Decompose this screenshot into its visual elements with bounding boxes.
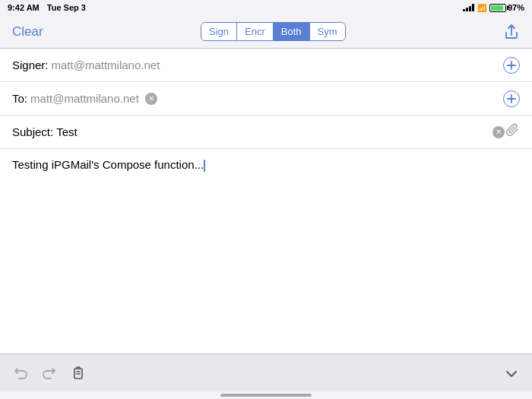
attach-button[interactable] <box>505 122 520 141</box>
signer-add-button[interactable] <box>503 57 520 74</box>
subject-row: Subject: Test ✕ <box>0 116 532 149</box>
segment-encr[interactable]: Encr <box>237 23 274 40</box>
clipboard-icon <box>70 365 87 382</box>
signer-label: Signer: <box>12 59 49 71</box>
to-label: To: <box>12 92 27 105</box>
bottom-left-actions <box>12 365 87 382</box>
signer-row: Signer: matt@mattmilano.net <box>0 49 532 82</box>
compose-area: Signer: matt@mattmilano.net To: matt@mat… <box>0 49 532 353</box>
paperclip-icon <box>505 122 520 138</box>
bottom-right-actions <box>503 365 520 382</box>
share-button[interactable] <box>503 24 520 40</box>
subject-value[interactable]: Test <box>56 125 488 138</box>
redo-icon <box>41 365 58 382</box>
undo-icon <box>12 365 29 382</box>
battery-fill <box>491 5 503 11</box>
plus-icon <box>506 93 517 104</box>
compose-toolbar: Clear Sign Encr Both Sym <box>0 15 532 49</box>
status-bar-left: 9:42 AM Tue Sep 3 <box>8 3 86 12</box>
message-body[interactable]: Testing iPGMail's Compose function... <box>0 149 532 353</box>
to-tag: matt@mattmilano.net ✕ <box>30 92 157 105</box>
home-bar <box>220 394 312 397</box>
clear-button[interactable]: Clear <box>12 24 43 40</box>
status-time: 9:42 AM <box>8 3 40 12</box>
to-value: matt@mattmilano.net <box>30 92 139 105</box>
share-icon <box>503 24 520 40</box>
segment-both[interactable]: Both <box>274 23 310 40</box>
subject-label: Subject: <box>12 125 53 138</box>
body-text: Testing iPGMail's Compose function... <box>12 158 204 171</box>
to-add-button[interactable] <box>503 90 520 107</box>
signal-icon <box>463 4 474 11</box>
home-indicator <box>0 391 532 399</box>
battery-indicator: 97% <box>489 3 524 12</box>
subject-attach-action <box>505 122 520 141</box>
segment-sym[interactable]: Sym <box>310 23 345 40</box>
paste-button[interactable] <box>70 365 87 382</box>
toolbar-left: Clear <box>12 24 43 40</box>
undo-button[interactable] <box>12 365 29 382</box>
signing-segment-group: Sign Encr Both Sym <box>201 22 346 41</box>
to-row: To: matt@mattmilano.net ✕ <box>0 82 532 116</box>
signer-value: matt@mattmilano.net <box>52 59 503 71</box>
text-cursor <box>204 160 205 172</box>
signer-add-action <box>503 57 520 74</box>
plus-icon <box>506 60 517 71</box>
status-date: Tue Sep 3 <box>47 3 86 12</box>
redo-button[interactable] <box>41 365 58 382</box>
battery-percent: 97% <box>508 3 524 12</box>
status-bar: 9:42 AM Tue Sep 3 📶 97% <box>0 0 532 15</box>
to-add-action <box>503 90 520 107</box>
subject-clear-button[interactable]: ✕ <box>492 126 505 138</box>
battery-bar <box>489 4 506 12</box>
status-bar-right: 📶 97% <box>463 3 524 12</box>
chevron-down-icon <box>503 365 520 382</box>
bottom-toolbar <box>0 353 532 391</box>
segment-sign[interactable]: Sign <box>201 23 237 40</box>
to-remove-button[interactable]: ✕ <box>145 93 157 105</box>
toolbar-right <box>503 24 520 40</box>
wifi-icon: 📶 <box>477 4 486 12</box>
keyboard-dismiss-button[interactable] <box>503 365 520 382</box>
